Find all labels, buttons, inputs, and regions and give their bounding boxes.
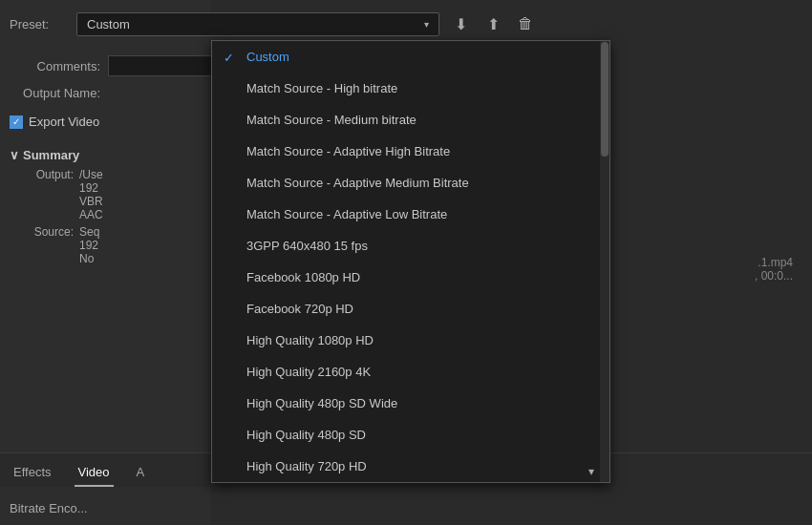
summary-source-line2: 192 bbox=[79, 239, 99, 252]
dropdown-scrollbar[interactable] bbox=[600, 41, 609, 482]
dropdown-item-3gpp[interactable]: 3GPP 640x480 15 fps bbox=[212, 230, 609, 262]
summary-output-line1: /Use bbox=[79, 168, 103, 181]
main-area: Preset: Custom ▾ ⬇ ⬆ 🗑 Comments: Output … bbox=[0, 0, 812, 525]
summary-output-row: Output: /Use 192 VBR AAC bbox=[21, 168, 103, 221]
dropdown-item-high-bitrate[interactable]: Match Source - High bitrate bbox=[212, 73, 609, 104]
summary-source-line1: Seq bbox=[79, 225, 99, 239]
summary-output-value: /Use 192 VBR AAC bbox=[79, 168, 103, 221]
summary-output-line2: 192 bbox=[79, 181, 103, 195]
right-summary: .1.mp4 , 00:0... bbox=[755, 256, 793, 283]
summary-source-line3: No bbox=[79, 252, 99, 265]
output-name-label: Output Name: bbox=[10, 86, 100, 100]
tab-audio[interactable]: A bbox=[133, 459, 149, 487]
summary-title-text: Summary bbox=[23, 148, 79, 162]
export-video-label: Export Video bbox=[29, 115, 99, 129]
right-summary-line2: , 00:0... bbox=[755, 269, 793, 283]
summary-output-line3: VBR bbox=[79, 195, 103, 208]
preset-dropdown[interactable]: Custom ▾ bbox=[76, 12, 439, 36]
import-preset-button[interactable]: ⬆ bbox=[480, 10, 506, 37]
dropdown-item-medium-bitrate[interactable]: Match Source - Medium bitrate bbox=[212, 104, 609, 136]
tab-video[interactable]: Video bbox=[75, 459, 114, 487]
summary-content: Output: /Use 192 VBR AAC Source: Seq 192… bbox=[21, 168, 103, 265]
summary-chevron-icon: ∨ bbox=[10, 148, 19, 162]
preset-row: Preset: Custom ▾ ⬇ ⬆ 🗑 bbox=[0, 8, 812, 40]
export-video-row: ✓ Export Video bbox=[10, 115, 99, 129]
dropdown-item-adaptive-high[interactable]: Match Source - Adaptive High Bitrate bbox=[212, 136, 609, 167]
preset-dropdown-overlay: Custom Match Source - High bitrate Match… bbox=[211, 40, 610, 483]
dropdown-item-hq-4k[interactable]: High Quality 2160p 4K bbox=[212, 356, 609, 388]
dropdown-item-custom[interactable]: Custom bbox=[212, 41, 609, 73]
dropdown-item-adaptive-low[interactable]: Match Source - Adaptive Low Bitrate bbox=[212, 199, 609, 230]
dropdown-item-facebook-720[interactable]: Facebook 720p HD bbox=[212, 293, 609, 325]
delete-preset-button[interactable]: 🗑 bbox=[512, 10, 539, 37]
export-video-checkbox[interactable]: ✓ bbox=[10, 116, 23, 129]
right-summary-line1: .1.mp4 bbox=[755, 256, 793, 269]
dropdown-item-hq-480-wide[interactable]: High Quality 480p SD Wide bbox=[212, 388, 609, 419]
summary-source-label: Source: bbox=[21, 225, 74, 265]
summary-section: ∨ Summary Output: /Use 192 VBR AAC Sourc… bbox=[10, 148, 103, 269]
preset-label: Preset: bbox=[10, 17, 49, 32]
chevron-down-icon: ▾ bbox=[424, 19, 429, 30]
preset-icons: ⬇ ⬆ 🗑 bbox=[447, 10, 539, 37]
dropdown-item-hq-1080[interactable]: High Quality 1080p HD bbox=[212, 325, 609, 356]
summary-output-label: Output: bbox=[21, 168, 74, 221]
dropdown-item-adaptive-medium[interactable]: Match Source - Adaptive Medium Bitrate bbox=[212, 167, 609, 199]
preset-dropdown-text: Custom bbox=[87, 17, 417, 32]
output-name-row: Output Name: bbox=[10, 86, 108, 100]
summary-output-line4: AAC bbox=[79, 208, 103, 221]
comments-label: Comments: bbox=[10, 59, 100, 74]
dropdown-item-hq-720[interactable]: High Quality 720p HD bbox=[212, 451, 609, 482]
summary-title: ∨ Summary bbox=[10, 148, 103, 162]
dropdown-item-facebook-1080[interactable]: Facebook 1080p HD bbox=[212, 262, 609, 293]
dropdown-scroll-down-icon[interactable]: ▾ bbox=[585, 461, 598, 482]
bitrate-encoding-label: Bitrate Enco... bbox=[10, 491, 88, 525]
dropdown-item-hq-480-sd[interactable]: High Quality 480p SD bbox=[212, 419, 609, 451]
scrollbar-thumb bbox=[601, 42, 609, 157]
summary-source-row: Source: Seq 192 No bbox=[21, 225, 103, 265]
save-preset-button[interactable]: ⬇ bbox=[447, 10, 474, 37]
summary-source-value: Seq 192 No bbox=[79, 225, 99, 265]
tab-effects[interactable]: Effects bbox=[10, 459, 55, 487]
